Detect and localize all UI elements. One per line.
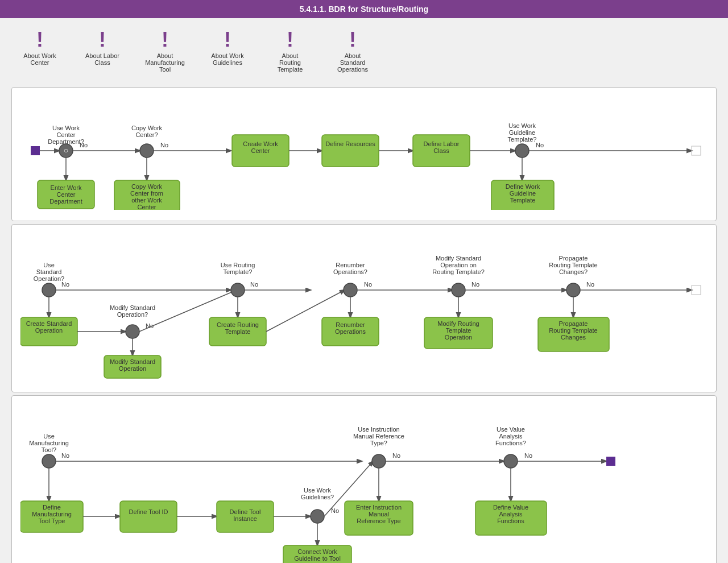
gw-s3-3-t3: Type? <box>370 440 387 446</box>
gw-s2-2 <box>126 325 139 338</box>
gateway-3 <box>515 144 529 158</box>
task-define-lc-text2: Class <box>433 147 449 154</box>
gw-s2-3-t1: Use Routing <box>221 262 255 268</box>
task-copy-wc-text3: other Work <box>131 197 162 204</box>
legend-item-work-guidelines[interactable]: ! About WorkGuidelines <box>205 30 250 66</box>
legend-item-labor-class[interactable]: ! About LaborClass <box>80 30 125 66</box>
legend-item-standard-ops[interactable]: ! AboutStandardOperations <box>330 30 375 73</box>
no-s3-3: No <box>392 452 400 459</box>
section-2: Use Standard Operation? No Create Standa… <box>11 224 717 392</box>
decision-text-2a: Copy Work <box>131 125 163 131</box>
gw-s3-2-t1: Use Work <box>304 487 332 494</box>
gw-s3-3-t2: Manual Reference <box>353 433 404 440</box>
exclaim-icon-routing-template: ! <box>287 30 293 50</box>
task-define-tid-t1: Define Tool ID <box>129 508 168 515</box>
task-modify-rto-t2: Template <box>446 327 471 334</box>
exclaim-icon-work-center: ! <box>36 30 43 50</box>
gw-s3-4-t1: Use Value <box>497 426 525 433</box>
no-label-3: No <box>536 142 544 148</box>
task-propagate-t3: Changes <box>561 334 586 341</box>
no-s2-1: No <box>61 281 69 288</box>
legend-item-routing-template[interactable]: ! AboutRoutingTemplate <box>267 30 313 73</box>
legend-label-mfg-tool: AboutManufacturingTool <box>145 52 185 73</box>
gw-s2-5-t2: Operation on <box>440 262 477 268</box>
task-enter-imrt-t2: Manual <box>369 511 389 518</box>
gw-s2-3-t2: Template? <box>224 268 253 275</box>
gw-s2-1-text2: Standard <box>36 268 62 275</box>
gw-s2-2-t1: Modify Standard <box>110 304 155 311</box>
exclaim-icon-work-guidelines: ! <box>224 30 231 50</box>
task-copy-wc-text1: Copy Work <box>131 183 163 190</box>
no-s2-6: No <box>586 281 594 288</box>
task-create-wc-text1: Create Work <box>243 140 278 147</box>
task-define-res[interactable] <box>322 135 379 167</box>
gateway-1-symbol: ○ <box>64 146 68 155</box>
task-create-so-t1: Create Standard <box>26 320 72 327</box>
gw-s2-5 <box>452 283 465 297</box>
exclaim-icon-labor-class: ! <box>99 30 106 50</box>
gw-s3-2 <box>311 510 324 523</box>
task-modify-rto-t3: Operation <box>445 334 472 341</box>
gw-s2-2-t2: Operation? <box>117 311 148 318</box>
gw-s3-2-t2: Guidelines? <box>301 494 334 500</box>
section2-svg: Use Standard Operation? No Create Standa… <box>20 233 703 381</box>
gw-s3-1-t1: Use <box>43 433 55 440</box>
gw-s2-3 <box>231 283 245 297</box>
no-s3-1: No <box>61 452 69 459</box>
task-define-lc-text1: Define Labor <box>424 140 460 147</box>
legend-item-mfg-tool[interactable]: ! AboutManufacturingTool <box>142 30 188 73</box>
section-1: ○ Use Work Center Department? No Enter W… <box>11 87 717 221</box>
task-create-rt-t1: Create Routing <box>217 321 259 328</box>
task-connect-wgt-t2: Guideline to Tool <box>294 555 341 562</box>
end-square-s3 <box>606 457 615 466</box>
section-3: Use Manufacturing Tool? No Define Manufa… <box>11 395 717 563</box>
gateway-2 <box>140 144 154 158</box>
no-label-1: No <box>80 142 88 148</box>
gw-s2-5-t3: Routing Template? <box>432 268 485 275</box>
exclaim-icon-standard-ops: ! <box>349 30 356 50</box>
task-define-ti-t1: Define Tool <box>230 508 261 515</box>
gw-s2-4-t2: Operations? <box>333 268 367 275</box>
task-enter-imrt-t1: Enter Instruction <box>356 504 402 511</box>
decision-text-3a: Use Work <box>508 122 536 129</box>
gw-s2-6-t2: Routing Template <box>549 262 597 268</box>
page-title: 5.4.1.1. BDR for Structure/Routing <box>300 5 428 14</box>
exclaim-icon-mfg-tool: ! <box>162 30 168 50</box>
task-define-wgt-text2: Guideline <box>510 190 536 197</box>
decision-text-3b: Guideline <box>509 129 535 136</box>
section1-svg: ○ Use Work Center Department? No Enter W… <box>20 96 703 210</box>
task-renumber-t2: Operations <box>335 328 366 335</box>
task-define-mtt-t2: Manufacturing <box>32 511 72 518</box>
decision-text-3c: Template? <box>508 136 537 143</box>
no-s3-4: No <box>524 452 532 459</box>
task-define-vaf-t1: Define Value <box>493 504 528 511</box>
legend-label-work-guidelines: About WorkGuidelines <box>211 52 243 66</box>
no-label-2: No <box>160 142 168 148</box>
gw-s3-4-t2: Analysis <box>499 433 523 440</box>
gw-s3-1-t3: Tool? <box>42 446 56 453</box>
gw-s2-6-t1: Propagate <box>559 255 588 262</box>
task-define-vaf-t2: Analysis <box>499 511 523 518</box>
legend-label-standard-ops: AboutStandardOperations <box>337 52 368 73</box>
gw-s2-6-t3: Changes? <box>559 268 588 275</box>
task-enter-imrt-t3: Reference Type <box>357 518 400 524</box>
gw-s2-6 <box>566 283 580 297</box>
task-enter-wcd-text3: Department <box>49 198 82 205</box>
gw-s2-4-t1: Renumber <box>336 262 365 268</box>
legend-label-routing-template: AboutRoutingTemplate <box>278 52 303 73</box>
legend-item-work-center[interactable]: ! About WorkCenter <box>17 30 63 66</box>
task-define-vaf-t3: Functions <box>497 518 524 524</box>
gw-s3-1 <box>42 454 56 468</box>
task-create-rt-t2: Template <box>225 328 251 335</box>
task-enter-wcd-text2: Center <box>56 191 75 198</box>
gw-s2-5-t1: Modify Standard <box>436 255 481 262</box>
task-enter-wcd-text1: Enter Work <box>51 184 82 191</box>
section3-svg: Use Manufacturing Tool? No Define Manufa… <box>20 404 703 563</box>
gw-s3-3-t1: Use Instruction <box>358 426 399 433</box>
gw-s2-4 <box>344 283 357 297</box>
start-square-1 <box>31 146 40 155</box>
task-modify-so-t1: Modify Standard <box>110 358 155 365</box>
task-define-ti-t2: Instance <box>233 515 257 522</box>
task-define-mtt-t3: Tool Type <box>39 518 65 524</box>
task-define-tid[interactable] <box>120 501 177 532</box>
